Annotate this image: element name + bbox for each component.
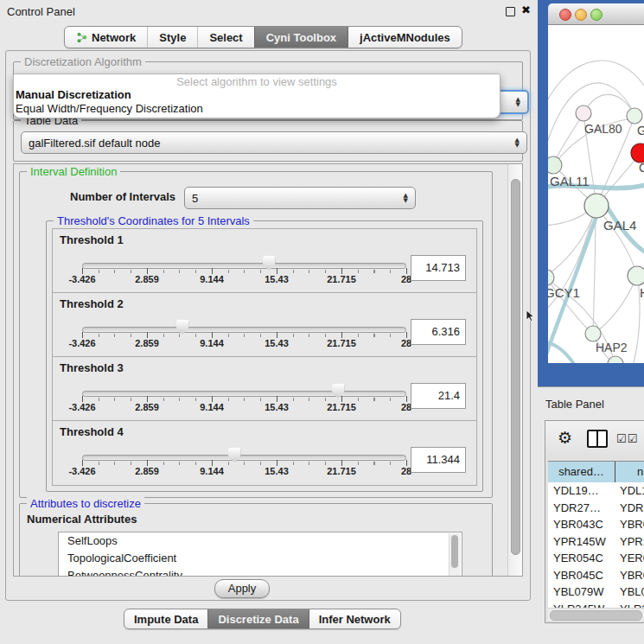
- cell-shared-name[interactable]: YLR345W: [548, 601, 615, 609]
- cell-name[interactable]: YPR1: [615, 533, 644, 551]
- tick-label: 15.43: [265, 466, 289, 476]
- node-hap2[interactable]: [585, 326, 601, 341]
- table-row[interactable]: YPR145WYPR1: [548, 533, 644, 551]
- node-label-gal80: GAL80: [584, 122, 622, 136]
- table-horizontal-scrollbar[interactable]: [548, 608, 644, 621]
- combo-arrows-icon: ▲▼: [515, 137, 520, 148]
- node-bottom[interactable]: [608, 356, 623, 363]
- cell-shared-name[interactable]: YER054C: [548, 550, 615, 567]
- threshold-3-label: Threshold 3: [60, 361, 124, 374]
- node-gal11[interactable]: [548, 156, 562, 174]
- tab-infer-network[interactable]: Infer Network: [309, 609, 400, 628]
- slider-major-ticks: [82, 268, 407, 274]
- network-icon: [76, 32, 87, 43]
- cell-name[interactable]: YDR2: [615, 500, 644, 517]
- cell-name[interactable]: YER0: [615, 550, 644, 567]
- network-window-titlebar[interactable]: [548, 3, 644, 25]
- tab-jactivemnodules[interactable]: jActiveMNodules: [348, 27, 462, 48]
- cell-shared-name[interactable]: YBL079W: [548, 583, 615, 601]
- column-header-name[interactable]: n: [615, 462, 644, 482]
- table-row[interactable]: YBR043CYBR0: [548, 516, 644, 533]
- table-row[interactable]: YBL079WYBL0: [548, 583, 644, 601]
- cell-shared-name[interactable]: YDR27…: [548, 500, 615, 517]
- tick-label: 9.144: [200, 402, 224, 412]
- control-panel-titlebar: Control Panel ✖: [0, 0, 536, 22]
- minimize-traffic-light-icon[interactable]: [575, 9, 587, 21]
- algorithm-item-equal-width[interactable]: Equal Width/Frequency Discretization: [14, 102, 500, 116]
- node-gcy1[interactable]: [548, 270, 554, 285]
- table-row[interactable]: YDL19…YDL1: [548, 482, 644, 500]
- threshold-4-value-field[interactable]: 11.344: [411, 447, 466, 473]
- tab-network-label: Network: [92, 31, 136, 44]
- close-icon[interactable]: ✖: [521, 3, 531, 16]
- column-header-shared-name[interactable]: shared…: [548, 462, 615, 482]
- tick-label: 21.715: [327, 466, 356, 476]
- tab-discretize-data[interactable]: Discretize Data: [207, 609, 308, 628]
- cell-shared-name[interactable]: YPR145W: [548, 533, 615, 551]
- node-red-selected[interactable]: [631, 143, 644, 163]
- tick-label: 15.43: [265, 402, 289, 412]
- node-gal4[interactable]: [584, 194, 609, 218]
- tab-select[interactable]: Select: [197, 27, 253, 48]
- list-item[interactable]: BetweennessCentrality: [59, 567, 462, 577]
- node-label-gcy1: GCY1: [548, 285, 580, 300]
- threshold-row-1: Threshold 1 -3.426 2.859 9.144 15.43 21.…: [52, 228, 477, 294]
- threshold-4-label: Threshold 4: [60, 425, 124, 438]
- threshold-2-value-field[interactable]: 6.316: [411, 319, 466, 345]
- node-label-ga: GA: [637, 124, 644, 137]
- threshold-1-label: Threshold 1: [60, 233, 124, 246]
- cell-name[interactable]: YBL0: [615, 583, 644, 601]
- node-top-right[interactable]: [627, 108, 642, 124]
- cell-name[interactable]: YBR0: [615, 567, 644, 584]
- list-item[interactable]: SelfLoops: [59, 532, 462, 550]
- scrollbar-thumb[interactable]: [550, 610, 642, 621]
- scrollbar-thumb[interactable]: [511, 179, 520, 555]
- table-data-combobox[interactable]: galFiltered.sif default node ▲▼: [21, 131, 527, 154]
- tick-label: 15.43: [265, 338, 289, 348]
- node-gal80[interactable]: [576, 105, 591, 121]
- cell-shared-name[interactable]: YBR043C: [548, 516, 615, 533]
- select-columns-icon[interactable]: ☑☑: [616, 432, 638, 445]
- tab-select-label: Select: [209, 31, 242, 44]
- cell-name[interactable]: YLR3: [615, 601, 644, 609]
- gear-icon[interactable]: ⚙: [558, 428, 572, 447]
- list-item[interactable]: TopologicalCoefficient: [59, 550, 462, 567]
- tab-style[interactable]: Style: [147, 27, 197, 48]
- table-row[interactable]: YDR27…YDR2: [548, 500, 644, 517]
- attributes-group: Attributes to discretize Numerical Attri…: [19, 503, 493, 577]
- number-of-intervals-value: 5: [192, 192, 198, 205]
- table-row[interactable]: YBR045CYBR0: [548, 567, 644, 584]
- thresholds-group-title: Threshold's Coordinates for 5 Intervals: [54, 214, 253, 227]
- table-header-row: shared… n: [548, 461, 644, 483]
- numerical-attributes-label: Numerical Attributes: [27, 513, 137, 526]
- cell-name[interactable]: YBR0: [615, 516, 644, 533]
- threshold-3-value-field[interactable]: 21.4: [411, 383, 466, 409]
- table-row[interactable]: YLR345WYLR3: [548, 601, 644, 609]
- node-label-h: H: [640, 285, 644, 300]
- tab-impute-data[interactable]: Impute Data: [124, 609, 207, 628]
- threshold-1-value-field[interactable]: 14.713: [411, 255, 466, 281]
- tab-network[interactable]: Network: [65, 27, 147, 48]
- zoom-traffic-light-icon[interactable]: [590, 9, 603, 21]
- tab-cyni-toolbox[interactable]: Cyni Toolbox: [254, 27, 348, 48]
- cell-shared-name[interactable]: YBR045C: [548, 567, 615, 584]
- threshold-row-3: Threshold 3 -3.426 2.859 9.144 15.43 21.…: [52, 356, 477, 422]
- algorithm-item-manual[interactable]: Manual Discretization: [14, 88, 500, 102]
- cell-shared-name[interactable]: YDL19…: [548, 482, 615, 500]
- attributes-list-scrollbar[interactable]: [449, 533, 461, 577]
- float-window-icon[interactable]: [506, 7, 515, 16]
- node-h[interactable]: [628, 266, 644, 285]
- tab-discretize-data-label: Discretize Data: [218, 613, 298, 626]
- network-canvas[interactable]: GAL80 GA C GAL11 GAL4 GCY1 H HAP2: [548, 25, 644, 363]
- tick-label: 9.144: [200, 466, 224, 476]
- cell-name[interactable]: YDL1: [615, 482, 644, 500]
- combo-arrows-icon: ▲▼: [404, 193, 408, 203]
- number-of-intervals-combobox[interactable]: 5 ▲▼: [184, 187, 416, 209]
- table-row[interactable]: YER054CYER0: [548, 550, 644, 567]
- table-panel-title: Table Panel: [545, 398, 604, 411]
- threshold-row-2: Threshold 2 -3.426 2.859 9.144 15.43 21.…: [52, 292, 477, 358]
- columns-icon[interactable]: [587, 430, 608, 448]
- apply-button[interactable]: Apply: [214, 579, 270, 598]
- settings-scrollbar[interactable]: [507, 164, 522, 576]
- close-traffic-light-icon[interactable]: [559, 9, 571, 21]
